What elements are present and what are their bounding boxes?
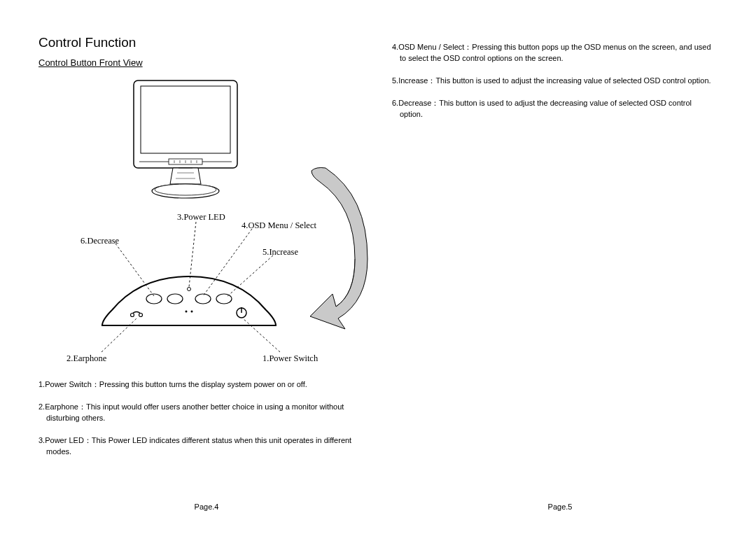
svg-point-16 <box>195 294 211 304</box>
label-decrease: 6.Decrease <box>80 236 119 246</box>
label-increase: 5.Increase <box>262 247 298 258</box>
desc-item-1: 1.Power Switch：Pressing this button turn… <box>38 379 371 391</box>
desc-item-5: 5.Increase：This button is used to adjust… <box>392 76 714 87</box>
label-earphone: 2.Earphone <box>66 353 106 364</box>
description-list-left: 1.Power Switch：Pressing this button turn… <box>38 379 371 469</box>
svg-point-21 <box>131 314 134 317</box>
diagram-area: 3.Power LED 4.OSD Menu / Select 5.Increa… <box>38 73 374 367</box>
label-osd-menu: 4.OSD Menu / Select <box>241 220 316 231</box>
description-list-right: 4.OSD Menu / Select：Pressing this button… <box>392 42 714 132</box>
svg-point-17 <box>216 294 232 304</box>
svg-point-14 <box>146 294 162 304</box>
label-power-switch: 1.Power Switch <box>262 353 318 364</box>
page-subtitle: Control Button Front View <box>38 57 374 68</box>
svg-point-15 <box>167 294 183 304</box>
svg-point-20 <box>191 311 193 313</box>
svg-point-22 <box>139 314 143 317</box>
monitor-icon <box>130 78 241 200</box>
page-left: Control Function Control Button Front Vi… <box>38 35 374 511</box>
control-panel-icon <box>98 269 280 332</box>
svg-rect-1 <box>141 86 230 153</box>
page-right: 4.OSD Menu / Select：Pressing this button… <box>392 35 728 511</box>
svg-point-13 <box>155 184 216 195</box>
desc-item-6: 6.Decrease：This button is used to adjust… <box>392 98 714 120</box>
svg-point-19 <box>186 311 188 313</box>
zoom-arrow-icon <box>304 154 382 336</box>
page-title: Control Function <box>38 35 374 50</box>
label-power-led: 3.Power LED <box>177 212 225 223</box>
page-number-left: Page.4 <box>38 503 374 511</box>
svg-point-18 <box>188 288 191 291</box>
desc-item-4: 4.OSD Menu / Select：Pressing this button… <box>392 42 714 64</box>
page-number-right: Page.5 <box>392 503 728 511</box>
desc-item-2: 2.Earphone：This input would offer users … <box>38 402 371 424</box>
desc-item-3: 3.Power LED：This Power LED indicates dif… <box>38 435 371 458</box>
